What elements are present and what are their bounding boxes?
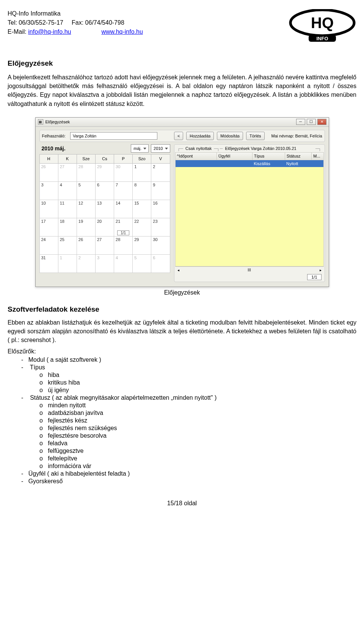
filter-subitem: kritikus hiba [39,379,356,386]
web-link[interactable]: www.hq-info.hu [101,28,143,35]
list-column[interactable]: Ügyfél [217,152,252,160]
window-controls: ─ ☐ ✕ [296,119,326,125]
app-window: ▦ Előjegyzések ─ ☐ ✕ Felhasználó: Varga … [35,117,329,287]
horizontal-scrollbar[interactable]: ◂ III ▸ [175,266,324,273]
filter-label: Csak nyitottak [185,146,212,151]
calendar-day[interactable]: 23 [151,218,170,236]
calendar-day[interactable]: 6 [95,181,114,200]
calendar-title: 2010 máj. [39,145,129,151]
delete-button[interactable]: Törlés [246,132,265,140]
calendar-day[interactable]: 26 [77,236,95,254]
calendar-day[interactable]: 31 [39,254,58,273]
filter-subitem: minden nyitott [39,402,356,409]
filter-subitem: felfüggesztve [39,448,356,454]
calendar-day[interactable]: 14 [114,200,133,218]
filter-item: Gyorskereső [21,478,356,485]
calendar-day[interactable]: 29 [95,163,114,181]
calendar-day[interactable]: 4 [114,254,133,273]
toolbar: Felhasználó: Varga Zoltán < Hozzáadás Mó… [39,130,325,142]
calendar-dow: Cs [95,154,114,163]
calendar-day[interactable]: 11 [58,200,77,218]
filter-item: Modul ( a saját szoftverek ) [21,356,356,363]
calendar-day[interactable]: 27 [58,163,77,181]
calendar-day[interactable]: 20 [95,218,114,236]
list-column[interactable]: Státusz [285,152,311,160]
scroll-left-icon[interactable]: ◂ [177,268,179,272]
edit-button[interactable]: Módosítás [217,132,243,140]
calendar-day[interactable]: 27 [95,236,114,254]
add-button[interactable]: Hozzáadás [186,132,214,140]
maximize-button[interactable]: ☐ [307,119,316,125]
calendar-day[interactable]: 10 [39,200,58,218]
nameday-label: Mai névnap: Bernát, Felícia [268,134,322,138]
filters-title: Előszűrők: [8,348,356,355]
list-column[interactable]: Típus [252,152,285,160]
list-row-selected[interactable]: Kiszállás Nyitott [176,160,323,167]
month-combo[interactable]: máj. [131,144,149,153]
calendar-day[interactable]: 4 [58,181,77,200]
calendar-day[interactable]: 3 [39,181,58,200]
calendar-day[interactable]: 1 [133,163,151,181]
calendar-day[interactable]: 17 [39,218,58,236]
calendar-day[interactable]: 7 [114,181,133,200]
calendar-day[interactable]: 28 [77,163,95,181]
calendar-day[interactable]: 19 [77,218,95,236]
minimize-button[interactable]: ─ [296,119,305,125]
calendar-day[interactable]: 25 [58,236,77,254]
list-group-header: ┌─ Csak nyitottak ─┐─ Előjegyzések Varga… [175,145,324,151]
close-button[interactable]: ✕ [317,119,326,125]
calendar-day[interactable]: 22 [133,218,151,236]
prev-button[interactable]: < [174,132,183,140]
calendar-day[interactable]: 5 [133,254,151,273]
filter-subitem: feltelepítve [39,455,356,462]
hq-logo: HQ INFO [288,9,356,46]
calendar-day[interactable]: 30 [114,163,133,181]
paragraph-2: Ebben az ablakban listázhatjuk és kezelh… [8,318,356,345]
list-column[interactable]: ^Időpont [175,152,217,160]
calendar-day[interactable]: 8 [133,181,151,200]
user-field[interactable]: Varga Zoltán [70,132,157,140]
calendar-day[interactable]: 16 [151,200,170,218]
calendar-day[interactable]: 12 [77,200,95,218]
calendar-day[interactable]: 3 [95,254,114,273]
filter-subitem: adatbázisban javítva [39,410,356,416]
calendar-day[interactable]: 24 [39,236,58,254]
filter-subitem: fejlesztésre besorolva [39,432,356,439]
calendar-day[interactable]: 15 [133,200,151,218]
filter-subitem: feladva [39,440,356,447]
list-body[interactable]: Kiszállás Nyitott [175,160,324,266]
calendar-day[interactable]: 26 [39,163,58,181]
calendar-day[interactable]: 28 [114,236,133,254]
calendar-dow: P [114,154,133,163]
calendar-day[interactable]: 2 [77,254,95,273]
scroll-right-icon[interactable]: ▸ [320,268,322,272]
calendar-day[interactable]: 2 [151,163,170,181]
year-combo[interactable]: 2010 [151,144,170,153]
filter-item: Ügyfél ( aki a hibabejelentést feladta ) [21,470,356,477]
calendar-day[interactable]: 9 [151,181,170,200]
email-link[interactable]: info@hq-info.hu [28,28,71,35]
calendar-day[interactable]: 29 [133,236,151,254]
filter-subitem: fejlesztés nem szükséges [39,425,356,432]
company-info: HQ-Info Informatika Tel: 06/30/552-75-17… [8,9,143,36]
calendar-dow: V [151,154,170,163]
company-phones: Tel: 06/30/552-75-17 Fax: 06/74/540-798 [8,18,143,27]
list-column[interactable]: M... [312,152,323,160]
calendar-day[interactable]: 18 [58,218,77,236]
section2-title: Szoftverfeladatok kezelése [8,305,356,314]
page-footer: 15/18 oldal [8,500,356,507]
figure-caption: Előjegyzések [8,289,356,296]
record-counter: 1/1 [175,273,324,281]
calendar-day[interactable]: 1 [58,254,77,273]
calendar-day[interactable]: 6 [151,254,170,273]
filter-item: Státusz ( az ablak megnyitásakor alapért… [21,394,356,470]
section1-title: Előjegyzések [8,59,356,68]
calendar-grid[interactable]: HKSzeCsPSzoV 262728293012345678910111213… [39,154,170,273]
calendar-day[interactable]: 211/1 [114,218,133,236]
filter-subitem: fejlesztés kész [39,417,356,424]
calendar-day[interactable]: 13 [95,200,114,218]
calendar-dow: K [58,154,77,163]
calendar-day[interactable]: 5 [77,181,95,200]
calendar-day[interactable]: 30 [151,236,170,254]
calendar-dow: Szo [133,154,151,163]
